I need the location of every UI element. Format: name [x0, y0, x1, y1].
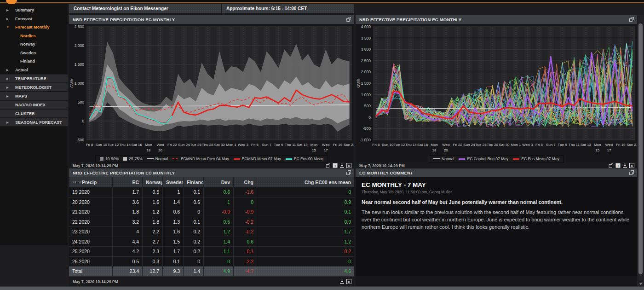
svg-text:Wed 3: Wed 3: [238, 143, 249, 147]
svg-text:20: 20: [158, 148, 162, 152]
sidebar-item-nao-ao-index[interactable]: NAO/AO INDEX: [0, 100, 68, 109]
popout-icon[interactable]: [346, 170, 351, 175]
table-row[interactable]: 25 20204.22.31.70.21.1-0.1-0.2: [69, 247, 354, 257]
table-row[interactable]: 22 20203.21.81.30.10.5-0.20.9: [69, 217, 354, 227]
sidebar-item-seasonal-forecast[interactable]: ▶SEASONAL FORECAST: [0, 118, 68, 127]
row-value: 0.5: [112, 257, 142, 267]
table-row[interactable]: 21 20201.81.20.60-0.9-0.90.1: [69, 207, 354, 217]
export-excel-icon[interactable]: X: [629, 163, 634, 168]
scroll-down-arrow-icon[interactable]: [639, 283, 643, 285]
svg-text:0: 0: [368, 115, 371, 120]
vertical-scrollbar-thumb[interactable]: [638, 23, 643, 274]
legend-label: EC Ens Mean 07 May: [521, 157, 559, 161]
row-value: 0.1: [183, 217, 203, 227]
svg-text:Tue 26: Tue 26: [475, 143, 487, 147]
sidebar-item-cluster[interactable]: CLUSTER: [0, 109, 68, 118]
row-value: 1.4: [183, 267, 203, 276]
sidebar-item-temperature[interactable]: ▶TEMPERATURE: [0, 74, 68, 83]
legend-item: ECMND Mean Prev 04 May: [172, 157, 229, 161]
svg-text:Fri 19: Fri 19: [616, 143, 626, 147]
chevron-right-icon[interactable]: ▶: [6, 15, 9, 23]
chevron-right-icon[interactable]: ▶: [6, 92, 9, 100]
vertical-scrollbar[interactable]: [638, 15, 644, 286]
chevron-right-icon[interactable]: ▶: [6, 75, 9, 83]
chevron-right-icon[interactable]: ▶: [6, 83, 9, 92]
table-row[interactable]: 19 20201.70.510.10.6-1.60: [69, 187, 354, 197]
row-value: -0.1: [233, 247, 257, 256]
col-header-chg-prev[interactable]: Chg Prev: [233, 177, 257, 187]
approximate-hours-label: Approximate hours: 6:15 - 14:00 CET: [226, 6, 307, 11]
open-external-icon[interactable]: [326, 163, 331, 168]
table-row[interactable]: 24 20204.42.71.50.21.40.61.2: [69, 237, 354, 247]
col-header-dev-normal[interactable]: Dev Normal: [203, 177, 233, 187]
sidebar-item-meteorologist[interactable]: ▶METEOROLOGIST: [0, 83, 68, 92]
sidebar-item-norway[interactable]: Norway: [0, 40, 68, 49]
horizontal-scrollbar[interactable]: [0, 286, 644, 290]
svg-text:1 500: 1 500: [361, 81, 371, 86]
app-logo-icon[interactable]: [6, 0, 17, 4]
table-row[interactable]: 20 20203.61.61.40.6100.9: [69, 197, 354, 208]
export-excel-icon[interactable]: X: [346, 279, 351, 284]
table-header-row: CESTPrecip (TWh)EC MonthlyNorwaySwedenFi…: [69, 177, 354, 187]
col-header-norway[interactable]: Norway: [142, 177, 162, 187]
row-value: 0.2: [183, 227, 203, 237]
row-value: 0.5: [142, 187, 162, 197]
svg-text:X: X: [631, 164, 633, 168]
col-header-finland[interactable]: Finland: [183, 177, 203, 187]
table-title: NRD EFFECTIVE PRECIPITATION EC MONTHLY: [73, 170, 175, 175]
sidebar-item-nordics[interactable]: Nordics: [0, 32, 68, 41]
row-value: 4.6: [257, 267, 354, 276]
col-header-sweden[interactable]: Sweden: [162, 177, 183, 187]
info-icon[interactable]: i: [615, 163, 621, 168]
svg-text:3 500: 3 500: [361, 36, 371, 41]
sidebar-item-forecast-monthly[interactable]: ▼Forecast Monthly: [0, 23, 68, 32]
band-chart-canvas: -50005001 0001 5002 0002 500GWhFri 8Sun …: [69, 24, 354, 154]
comment-body: EC MONTHLY - 7 MAY Thursday, May 7th 202…: [356, 177, 637, 276]
chevron-right-icon[interactable]: ▶: [6, 6, 9, 15]
popout-icon[interactable]: [346, 17, 351, 22]
svg-text:Sun 7: Sun 7: [546, 143, 556, 147]
svg-text:Wed: Wed: [605, 143, 613, 147]
popout-icon[interactable]: [629, 170, 634, 175]
info-icon[interactable]: i: [333, 163, 338, 168]
svg-text:Wed: Wed: [442, 143, 449, 147]
sidebar-item-actual[interactable]: ▶Actual: [0, 66, 68, 75]
table-row[interactable]: 23 202042.21.60.21.2-0.21.7: [69, 227, 354, 237]
svg-text:0: 0: [82, 119, 84, 123]
sidebar-item-label: METEOROLOGIST: [15, 83, 52, 92]
sidebar-item-forecast[interactable]: ▶Forecast: [0, 15, 68, 23]
row-value: 0: [233, 197, 257, 207]
col-header-cest: CEST: [73, 177, 82, 187]
sidebar-item-label: Actual: [15, 66, 28, 75]
table-panel-header: NRD EFFECTIVE PRECIPITATION EC MONTHLY: [69, 168, 354, 177]
export-excel-icon[interactable]: X: [346, 163, 351, 168]
open-external-icon[interactable]: [609, 163, 614, 168]
svg-text:X: X: [348, 164, 351, 168]
sidebar-item-maps[interactable]: ▶MAPS: [0, 92, 68, 100]
popout-icon[interactable]: [629, 17, 634, 22]
download-icon[interactable]: [622, 163, 627, 168]
table-row[interactable]: 26 20200.50.30.100-2.20: [69, 257, 354, 267]
download-icon[interactable]: [339, 279, 345, 284]
svg-text:-500: -500: [363, 126, 371, 131]
chevron-down-icon[interactable]: ▼: [6, 23, 9, 32]
row-value: 0.2: [183, 247, 203, 256]
sidebar-item-label: Forecast Monthly: [15, 23, 50, 32]
sidebar-item-label: Forecast: [15, 15, 33, 23]
sidebar-item-finland[interactable]: Finland: [0, 57, 68, 66]
download-icon[interactable]: [339, 163, 345, 168]
legend-label: 25-75%: [129, 157, 142, 161]
legend-item: Normal: [433, 157, 454, 161]
col-header-ec-monthly[interactable]: EC Monthly: [112, 177, 142, 187]
chevron-right-icon[interactable]: ▶: [6, 66, 9, 75]
chevron-right-icon[interactable]: ▶: [6, 118, 9, 127]
col-header-chg-ec00-ens-mean[interactable]: Chg EC00 ens mean: [257, 177, 354, 187]
row-value: -0.2: [233, 227, 257, 237]
sidebar-item-sweden[interactable]: Sweden: [0, 49, 68, 58]
table-total-row[interactable]: Total23.412.79.31.44.9-4.74.6: [69, 267, 354, 277]
row-value: 0.6: [203, 187, 233, 197]
approximate-hours-banner: Approximate hours: 6:15 - 14:00 CET: [222, 4, 354, 13]
row-value: 0.2: [183, 237, 203, 247]
row-label: 23 2020: [69, 227, 112, 237]
sidebar-item-summary[interactable]: ▶Summary: [0, 6, 68, 15]
